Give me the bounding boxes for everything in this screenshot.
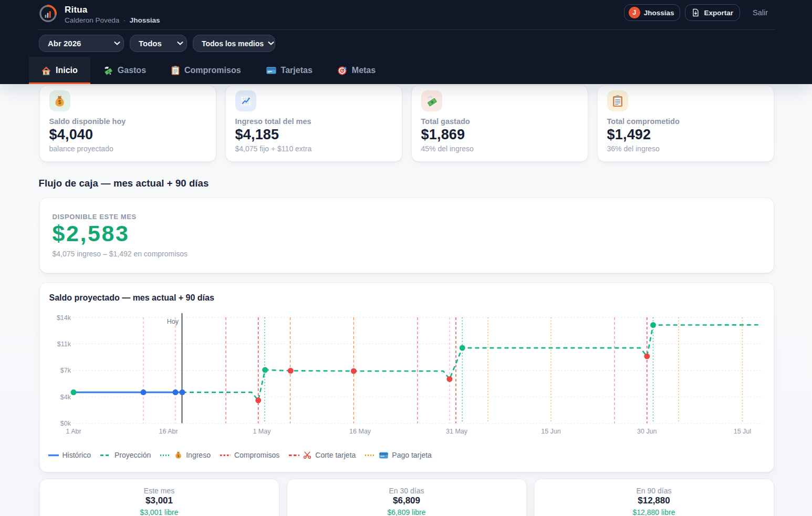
svg-text:$: $ bbox=[58, 99, 61, 105]
svg-text:31 May: 31 May bbox=[446, 428, 468, 435]
svg-text:$: $ bbox=[178, 454, 180, 458]
svg-text:Hoy: Hoy bbox=[166, 318, 179, 325]
svg-text:$14k: $14k bbox=[56, 314, 71, 322]
svg-text:$7k: $7k bbox=[60, 367, 71, 374]
svg-text:15 Jun: 15 Jun bbox=[541, 428, 561, 435]
svg-text:16 May: 16 May bbox=[349, 428, 371, 435]
svg-text:1 Abr: 1 Abr bbox=[66, 428, 81, 435]
svg-text:$4k: $4k bbox=[60, 394, 71, 401]
svg-text:$0k: $0k bbox=[60, 420, 71, 427]
svg-text:$11k: $11k bbox=[57, 340, 71, 348]
svg-text:30 Jun: 30 Jun bbox=[637, 428, 657, 435]
svg-text:15 Jul: 15 Jul bbox=[733, 428, 751, 435]
svg-text:1 May: 1 May bbox=[253, 428, 271, 435]
svg-text:16 Abr: 16 Abr bbox=[159, 428, 178, 435]
